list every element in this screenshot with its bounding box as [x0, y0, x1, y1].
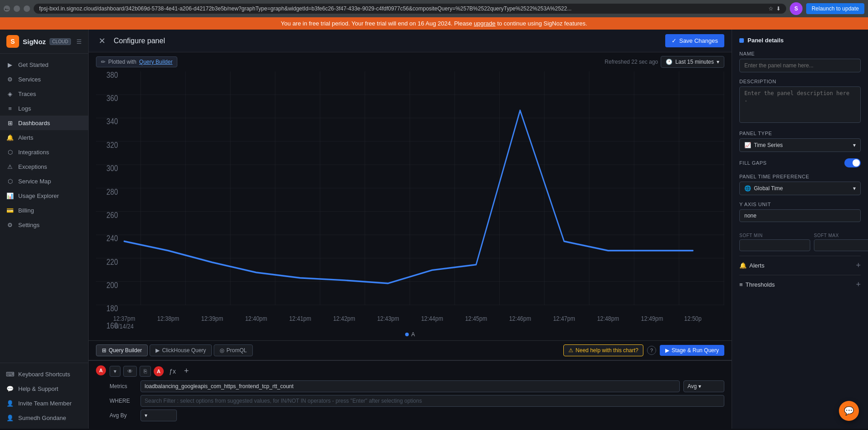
time-pref-field-group: PANEL TIME PREFERENCE 🌐 Global Time ▾ — [739, 174, 861, 195]
svg-text:12:40pm: 12:40pm — [245, 314, 267, 323]
y-axis-input[interactable] — [739, 209, 861, 222]
query-builder-area: A ▾ 👁 ⎘ A ƒx + Metrics — [89, 360, 732, 429]
alerts-section: 🔔 Alerts + — [739, 256, 861, 275]
svg-text:380: 380 — [106, 71, 118, 80]
sidebar-label: Billing — [18, 207, 34, 214]
metrics-select[interactable]: loadbalancing_googleapis_com_https_front… — [140, 380, 680, 392]
download-icon[interactable]: ⬇ — [776, 5, 781, 12]
upgrade-link[interactable]: upgrade — [474, 20, 496, 27]
legend-item-a[interactable]: A — [405, 331, 415, 338]
time-range-dropdown[interactable]: 🕐 Last 15 minutes ▾ — [661, 56, 724, 68]
plotted-badge: ✏ Plotted with Query Builder — [96, 56, 177, 67]
sidebar-label: Logs — [18, 105, 31, 112]
query-builder-link[interactable]: Query Builder — [139, 59, 172, 65]
legend-dot — [405, 333, 409, 336]
tab-query-builder[interactable]: ⊞ Query Builder — [96, 344, 148, 356]
panel-header: ✕ Configure panel ✓ Save Changes — [89, 30, 732, 52]
sidebar: S SigNoz CLOUD ☰ ▶ Get Started ⚙ Service… — [0, 30, 89, 429]
help-chart-button[interactable]: ⚠ Need help with this chart? — [563, 344, 643, 356]
fill-gaps-toggle[interactable] — [844, 158, 861, 167]
description-input[interactable] — [739, 86, 861, 123]
svg-text:12:41pm: 12:41pm — [289, 314, 311, 323]
svg-text:200: 200 — [106, 280, 118, 290]
invite-icon: 👤 — [6, 400, 14, 407]
bookmark-icon[interactable]: ☆ — [768, 5, 773, 12]
chevron-down-icon: ▾ — [853, 185, 856, 192]
tab-clickhouse[interactable]: ▶ ClickHouse Query — [150, 344, 212, 356]
panel-type-label: PANEL TYPE — [739, 131, 861, 136]
sidebar-item-usage-explorer[interactable]: 📊 Usage Explorer — [0, 188, 88, 203]
sidebar-toggle[interactable]: ☰ — [76, 38, 82, 45]
content-area: ✕ Configure panel ✓ Save Changes ✏ Plott… — [89, 30, 732, 429]
soft-row: SOFT MIN SOFT MAX — [739, 233, 861, 251]
sidebar-item-service-map[interactable]: ⬡ Service Map — [0, 174, 88, 188]
svg-text:12:48pm: 12:48pm — [597, 314, 619, 323]
address-bar: fpsj-bxxl.in.signoz.cloud/dashboard/342b… — [34, 4, 786, 14]
tab-promql[interactable]: ◎ PromQL — [214, 344, 253, 356]
time-pref-inner: 🌐 Global Time — [744, 185, 783, 192]
sidebar-item-billing[interactable]: 💳 Billing — [0, 203, 88, 218]
relaunch-button[interactable]: Relaunch to update — [806, 3, 864, 14]
where-input[interactable]: Search Filter : select options from sugg… — [140, 395, 724, 407]
panel-type-select[interactable]: 📈 Time Series ▾ — [739, 138, 861, 152]
sidebar-item-logs[interactable]: ≡ Logs — [0, 101, 88, 116]
sidebar-item-integrations[interactable]: ⬡ Integrations — [0, 145, 88, 159]
alerts-add-button[interactable]: + — [856, 261, 861, 270]
url-text: fpsj-bxxl.in.signoz.cloud/dashboard/342b… — [39, 5, 766, 12]
sidebar-item-keyboard-shortcuts[interactable]: ⌨ Keyboard Shortcuts — [0, 367, 88, 381]
time-pref-select[interactable]: 🌐 Global Time ▾ — [739, 182, 861, 195]
sidebar-item-alerts[interactable]: 🔔 Alerts — [0, 130, 88, 145]
panel-details-title: Panel details — [748, 37, 783, 44]
thresholds-add-button[interactable]: + — [856, 280, 861, 289]
fx-button[interactable]: ƒx — [166, 366, 179, 377]
copy-button[interactable]: ⎘ — [140, 366, 151, 377]
panel-details-dot — [739, 38, 744, 43]
fill-gaps-row: FILL GAPS — [739, 158, 861, 167]
chart-legend: A — [89, 329, 732, 340]
sidebar-item-user[interactable]: 👤 Sumedh Gondane — [0, 410, 88, 425]
close-button[interactable]: ✕ — [96, 35, 108, 47]
help-circle[interactable]: ? — [647, 346, 656, 355]
sidebar-item-help-support[interactable]: 💬 Help & Support — [0, 381, 88, 396]
sidebar-nav: ▶ Get Started ⚙ Services ◈ Traces ≡ Logs… — [0, 54, 88, 363]
fill-gaps-label: FILL GAPS — [739, 160, 767, 166]
reload-button[interactable] — [24, 5, 30, 12]
sidebar-label: Usage Explorer — [18, 192, 59, 199]
sidebar-label: Sumedh Gondane — [18, 415, 66, 421]
warning-icon: ⚠ — [568, 347, 573, 354]
name-input[interactable] — [739, 59, 861, 72]
help-icon: 💬 — [6, 385, 14, 392]
agg-select[interactable]: Avg ▾ — [683, 380, 724, 392]
sidebar-item-traces[interactable]: ◈ Traces — [0, 86, 88, 101]
avg-by-select[interactable]: ▾ — [140, 410, 177, 421]
back-button[interactable]: ← — [4, 5, 10, 12]
chat-widget[interactable]: 💬 — [839, 401, 859, 421]
save-button[interactable]: ✓ Save Changes — [665, 34, 724, 47]
avg-by-label: Avg By — [110, 412, 137, 419]
avg-by-row: Avg By ▾ — [110, 410, 724, 421]
svg-text:12:46pm: 12:46pm — [509, 314, 531, 323]
add-button[interactable]: + — [181, 365, 192, 377]
sidebar-item-dashboards[interactable]: ⊞ Dashboards — [0, 116, 88, 130]
sidebar-item-invite-team[interactable]: 👤 Invite Team Member — [0, 396, 88, 410]
collapse-button[interactable]: ▾ — [110, 366, 120, 377]
sidebar-item-settings[interactable]: ⚙ Settings — [0, 218, 88, 232]
sidebar-item-get-started[interactable]: ▶ Get Started — [0, 57, 88, 72]
soft-max-input[interactable] — [814, 239, 868, 251]
grid-icon: ⊞ — [102, 347, 106, 354]
svg-text:180: 180 — [106, 304, 118, 314]
sidebar-item-services[interactable]: ⚙ Services — [0, 72, 88, 86]
threshold-icon: ≡ — [739, 281, 743, 288]
y-axis-label: Y AXIS UNIT — [739, 202, 861, 207]
query-a-badge-right: A — [96, 365, 106, 375]
browser-chrome: ← fpsj-bxxl.in.signoz.cloud/dashboard/34… — [0, 0, 868, 17]
trial-banner: You are in free trial period. Your free … — [0, 17, 868, 30]
terminal-icon: ▶ — [156, 347, 160, 354]
name-field-group: NAME — [739, 51, 861, 72]
profile-icon: S — [790, 2, 803, 15]
forward-button[interactable] — [14, 5, 20, 12]
sidebar-item-exceptions[interactable]: ⚠ Exceptions — [0, 159, 88, 174]
eye-button[interactable]: 👁 — [123, 366, 137, 377]
soft-min-input[interactable] — [739, 239, 810, 251]
stage-run-button[interactable]: ▶ Stage & Run Query — [660, 345, 724, 356]
